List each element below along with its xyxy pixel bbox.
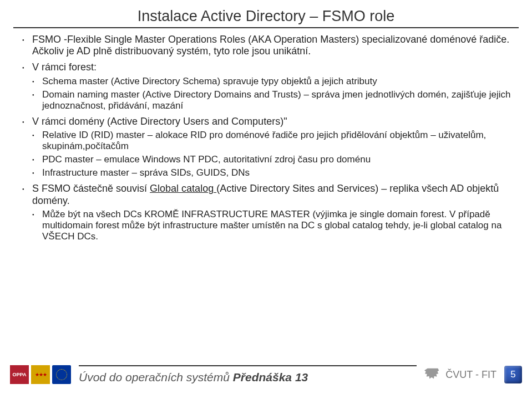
footer-subtitle: Úvod do operačních systémů Přednáška 13 (79, 371, 308, 384)
bullet-domain-label: V rámci domény (Active Directory Users a… (32, 116, 287, 127)
page-number: 5 (504, 366, 522, 383)
prague-logo-icon (31, 365, 50, 384)
bullet-infrastructure-master: Infrastructure master – správa SIDs, GUI… (32, 167, 516, 178)
bullet-forest: V rámci forest: Schema master (Active Di… (22, 62, 516, 111)
footer-logos (10, 365, 71, 384)
bullet-global-catalog: S FSMO částečně souvisí Global catalog (… (22, 183, 516, 242)
bullet-pdc-master: PDC master – emulace Windows NT PDC, aut… (32, 154, 516, 165)
bullet-fsmo-intro: FSMO -Flexible Single Master Operations … (22, 34, 516, 57)
slide-footer: Úvod do operačních systémů Přednáška 13 … (0, 359, 532, 394)
cvut-lion-icon (424, 366, 441, 383)
gc-pre: S FSMO částečně souvisí (32, 183, 150, 194)
subtitle-bold: Přednáška 13 (233, 371, 308, 383)
bullet-gc-exception: Může být na všech DCs KROMĚ INFRASTRUCTU… (32, 209, 516, 242)
bullet-domain: V rámci domény (Active Directory Users a… (22, 116, 516, 178)
footer-subtitle-wrap: Úvod do operačních systémů Přednáška 13 (79, 365, 417, 384)
bullet-schema-master: Schema master (Active Directory Schema) … (32, 76, 516, 87)
oppa-logo-icon (10, 365, 29, 384)
gc-underline: Global catalog (150, 183, 216, 194)
footer-org: ČVUT - FIT (424, 366, 496, 383)
slide-title: Instalace Active Directory – FSMO role (0, 0, 532, 27)
bullet-forest-label: V rámci forest: (32, 62, 97, 73)
footer-org-text: ČVUT - FIT (445, 369, 496, 381)
slide-body: FSMO -Flexible Single Master Operations … (0, 34, 532, 359)
eu-logo-icon (52, 365, 71, 384)
bullet-rid-master: Relative ID (RID) master – alokace RID p… (32, 130, 516, 152)
subtitle-plain: Úvod do operačních systémů (79, 371, 233, 383)
title-rule (13, 27, 519, 28)
bullet-domain-naming-master: Domain naming master (Active Directory D… (32, 89, 516, 111)
